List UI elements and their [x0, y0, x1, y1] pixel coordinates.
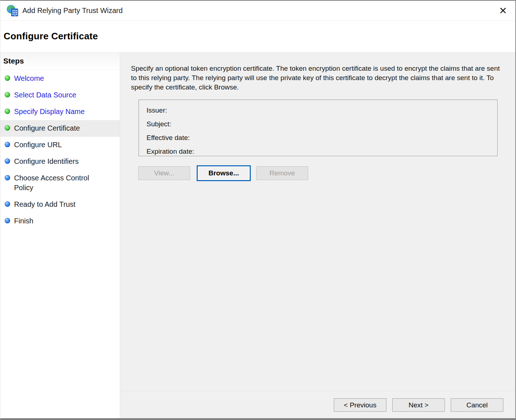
sidebar-item-label: Select Data Source	[14, 90, 76, 100]
sidebar-item-select-data-source[interactable]: Select Data Source	[0, 87, 120, 104]
step-upcoming-icon	[5, 158, 10, 164]
step-upcoming-icon	[5, 175, 10, 180]
step-completed-icon	[5, 109, 10, 114]
sidebar-item-label: Choose Access Control Policy	[14, 173, 104, 193]
instruction-text: Specify an optional token encryption cer…	[131, 64, 505, 92]
sidebar-item-label: Specify Display Name	[14, 107, 85, 117]
step-completed-icon	[5, 92, 10, 97]
steps-sidebar: Steps Welcome Select Data Source Specify…	[0, 52, 120, 418]
previous-button[interactable]: < Previous	[334, 398, 386, 412]
close-icon[interactable]: ✕	[496, 4, 510, 18]
certificate-details-box: Issuer: Subject: Effective date: Expirat…	[139, 100, 498, 156]
certificate-actions: View... Browse... Remove	[138, 165, 515, 181]
steps-heading: Steps	[0, 52, 120, 70]
sidebar-item-label: Finish	[14, 216, 33, 226]
browse-button[interactable]: Browse...	[197, 165, 251, 181]
wizard-footer: < Previous Next > Cancel	[120, 391, 515, 418]
steps-list: Welcome Select Data Source Specify Displ…	[0, 70, 120, 229]
sidebar-item-label: Configure Certificate	[14, 123, 80, 133]
sidebar-item-welcome[interactable]: Welcome	[0, 70, 120, 87]
remove-button[interactable]: Remove	[256, 166, 308, 180]
sidebar-item-finish: Finish	[0, 213, 120, 229]
certificate-field-issuer: Issuer:	[147, 104, 497, 117]
sidebar-item-choose-access-control-policy: Choose Access Control Policy	[0, 170, 120, 196]
page-header: Configure Certificate	[0, 21, 515, 52]
title-bar: Add Relying Party Trust Wizard ✕	[0, 1, 515, 21]
certificate-field-effective-date: Effective date:	[147, 131, 497, 145]
certificate-field-expiration-date: Expiration date:	[147, 145, 497, 158]
content-area: Steps Welcome Select Data Source Specify…	[0, 52, 515, 418]
sidebar-item-configure-url: Configure URL	[0, 137, 120, 153]
sidebar-item-label: Configure URL	[14, 140, 62, 150]
certificate-field-label: Issuer:	[147, 106, 167, 114]
step-upcoming-icon	[5, 218, 10, 223]
sidebar-item-configure-certificate: Configure Certificate	[0, 120, 120, 137]
step-upcoming-icon	[5, 201, 10, 207]
sidebar-item-configure-identifiers: Configure Identifiers	[0, 153, 120, 170]
sidebar-item-ready-to-add-trust: Ready to Add Trust	[0, 196, 120, 213]
cancel-button[interactable]: Cancel	[451, 398, 503, 412]
main-panel: Specify an optional token encryption cer…	[120, 52, 515, 418]
sidebar-item-label: Configure Identifiers	[14, 157, 79, 166]
step-upcoming-icon	[5, 142, 10, 147]
page-title: Configure Certificate	[4, 31, 98, 42]
view-button[interactable]: View...	[138, 166, 190, 180]
certificate-field-label: Effective date:	[147, 134, 190, 141]
certificate-field-label: Expiration date:	[147, 148, 194, 155]
sidebar-item-specify-display-name[interactable]: Specify Display Name	[0, 104, 120, 120]
adfs-wizard-icon	[6, 4, 19, 17]
step-completed-icon	[5, 75, 10, 81]
step-completed-icon	[5, 125, 10, 131]
window-title: Add Relying Party Trust Wizard	[22, 6, 123, 15]
next-button[interactable]: Next >	[392, 398, 445, 412]
wizard-window: Add Relying Party Trust Wizard ✕ Configu…	[0, 0, 516, 420]
sidebar-item-label: Welcome	[14, 74, 44, 83]
certificate-field-label: Subject:	[147, 120, 171, 128]
sidebar-item-label: Ready to Add Trust	[14, 200, 75, 209]
certificate-field-subject: Subject:	[147, 117, 497, 131]
